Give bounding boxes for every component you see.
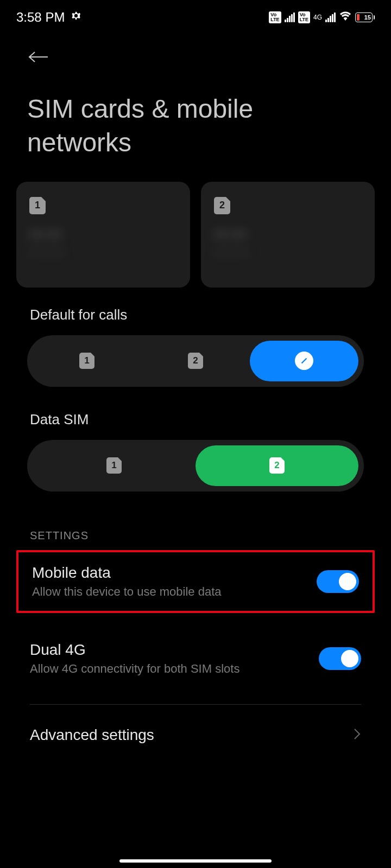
battery-indicator: 15 — [355, 12, 375, 22]
header — [0, 33, 391, 76]
advanced-settings-row[interactable]: Advanced settings — [0, 705, 391, 760]
sim-card-1[interactable]: 1 — — — — — — [16, 182, 190, 288]
chevron-right-icon — [354, 727, 361, 743]
dual-4g-subtitle: Allow 4G connectivity for both SIM slots — [30, 662, 239, 676]
default-calls-section: Default for calls 1 2 — [0, 288, 391, 392]
highlight-annotation: Mobile data Allow this device to use mob… — [16, 550, 375, 613]
sim-cards-container: 1 — — — — — 2 — — — — — — [0, 182, 391, 288]
sim-badge-2: 2 — [214, 197, 230, 214]
network-type: 4G — [313, 14, 322, 21]
home-indicator[interactable] — [119, 859, 272, 863]
default-calls-option-notset[interactable] — [250, 341, 358, 381]
volte-badge-1: VoLTE — [269, 11, 281, 23]
mobile-data-title: Mobile data — [32, 564, 222, 582]
gear-icon — [70, 10, 82, 25]
dual-4g-text: Dual 4G Allow 4G connectivity for both S… — [30, 641, 239, 676]
battery-percent: 15 — [364, 14, 371, 21]
mobile-data-toggle[interactable] — [317, 570, 359, 593]
data-sim-option-1[interactable]: 1 — [33, 445, 195, 486]
dual-4g-row[interactable]: Dual 4G Allow 4G connectivity for both S… — [0, 629, 391, 688]
default-calls-option-1[interactable]: 1 — [33, 341, 141, 381]
advanced-settings-title: Advanced settings — [30, 726, 154, 744]
sim-subtitle-2: — — — — [214, 246, 362, 258]
settings-header: SETTINGS — [0, 497, 391, 550]
not-set-icon — [295, 352, 313, 370]
data-sim-option-2[interactable]: 2 — [195, 445, 358, 486]
toggle-knob — [341, 650, 358, 667]
sim-icon: 2 — [269, 457, 285, 474]
dual-4g-title: Dual 4G — [30, 641, 239, 659]
sim-badge-1: 1 — [29, 197, 46, 214]
sim-icon: 1 — [106, 457, 122, 474]
data-sim-section: Data SIM 1 2 — [0, 392, 391, 497]
status-bar: 3:58 PM VoLTE VoLTE 4G 15 — [0, 0, 391, 33]
sim-subtitle-1: — — — — [29, 246, 177, 258]
data-sim-label: Data SIM — [27, 411, 364, 428]
status-time: 3:58 PM — [16, 10, 65, 25]
mobile-data-subtitle: Allow this device to use mobile data — [32, 585, 222, 599]
wifi-icon — [339, 10, 352, 25]
toggle-knob — [339, 573, 356, 590]
sim-name-2: — — — [214, 225, 362, 242]
sim-icon: 1 — [79, 353, 94, 369]
status-right: VoLTE VoLTE 4G 15 — [269, 10, 375, 25]
default-calls-label: Default for calls — [27, 307, 364, 323]
mobile-data-row[interactable]: Mobile data Allow this device to use mob… — [18, 552, 373, 611]
signal-icon-2 — [325, 12, 336, 22]
default-calls-selector: 1 2 — [27, 335, 364, 387]
sim-name-1: — — — [29, 225, 177, 242]
sim-card-2[interactable]: 2 — — — — — — [201, 182, 375, 288]
mobile-data-text: Mobile data Allow this device to use mob… — [32, 564, 222, 599]
page-title: SIM cards & mobile networks — [0, 76, 391, 182]
sim-icon: 2 — [188, 353, 203, 369]
back-button[interactable] — [27, 43, 54, 71]
volte-badge-2: VoLTE — [298, 11, 310, 23]
signal-icon-1 — [285, 12, 295, 22]
status-left: 3:58 PM — [16, 10, 82, 25]
data-sim-selector: 1 2 — [27, 440, 364, 492]
default-calls-option-2[interactable]: 2 — [141, 341, 250, 381]
dual-4g-toggle[interactable] — [319, 647, 361, 670]
